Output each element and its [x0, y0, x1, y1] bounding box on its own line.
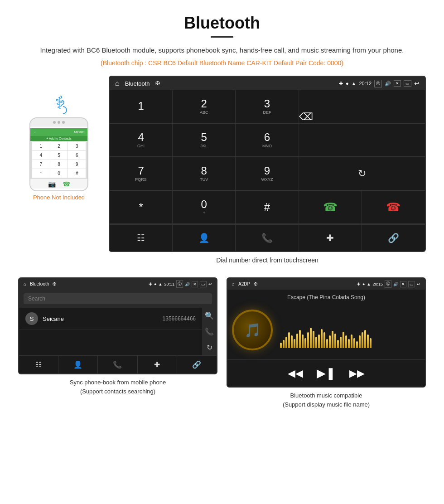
close-mini[interactable]: ✕: [192, 281, 198, 287]
display-backspace[interactable]: ⌫: [299, 90, 425, 123]
close-music[interactable]: ✕: [400, 281, 406, 287]
dialpad-reload[interactable]: ↻: [299, 157, 425, 190]
title-divider: [211, 36, 233, 38]
mini-nav-phone[interactable]: 📞: [98, 356, 137, 373]
reload-icon[interactable]: ↻: [358, 168, 366, 179]
music-screen: ⌂ A2DP ✠ ✚ ● ▲ 20:15 ⓒ 🔊 ✕ ▭ ↩ Es: [227, 277, 426, 388]
volume-mini[interactable]: 🔊: [185, 282, 190, 286]
phone-mock: ← MORE + Add to Contacts 123 456 789 *0#…: [29, 117, 88, 191]
nav-phone[interactable]: 📞: [236, 225, 299, 251]
page-description: Integrated with BC6 Bluetooth module, su…: [27, 45, 417, 56]
window-icon[interactable]: ▭: [404, 80, 411, 87]
bt-icon-mini: ✚: [149, 282, 152, 286]
window-mini[interactable]: ▭: [200, 281, 207, 287]
eq-bar: [345, 335, 347, 348]
key-star[interactable]: *: [110, 191, 173, 224]
music-caption: Bluetooth music compatible (Support disp…: [227, 391, 426, 409]
volume-icon[interactable]: 🔊: [385, 81, 391, 87]
dialpad-container: ⌂ Bluetooth ✠ ✚ ● ▲ 20:12 ⓒ 🔊 ✕ ▭ ↩: [109, 76, 426, 264]
mini-nav-bluetooth[interactable]: ✚: [138, 356, 177, 373]
eq-bar: [291, 335, 293, 348]
key-8[interactable]: 8 TUV: [173, 157, 236, 190]
key-2[interactable]: 2 ABC: [173, 90, 236, 123]
volume-music[interactable]: 🔊: [393, 282, 398, 286]
home-icon[interactable]: ⌂: [115, 79, 120, 87]
refresh-side-icon[interactable]: ↻: [207, 343, 212, 352]
eq-bar: [285, 337, 287, 348]
eq-bar: [318, 334, 320, 348]
next-track-button[interactable]: ▶▶: [349, 368, 365, 379]
eq-bar: [340, 337, 342, 348]
eq-bar: [351, 334, 352, 348]
close-icon[interactable]: ✕: [394, 80, 401, 87]
signal-waves: [59, 96, 67, 114]
eq-bar: [307, 332, 309, 348]
main-content: ⚕ ← MORE + Add to Contacts: [0, 71, 444, 268]
dialpad-row-4: * 0 + # ☎ ☎: [110, 191, 425, 224]
contacts-caption: Sync phone-book from mobile phone (Suppo…: [18, 378, 217, 396]
bt-icon: ✚: [339, 81, 343, 87]
nav-bluetooth[interactable]: ✚: [299, 225, 362, 251]
eq-bar: [299, 330, 301, 348]
prev-track-button[interactable]: ◀◀: [288, 368, 303, 379]
home-icon-mini[interactable]: ⌂: [24, 281, 26, 286]
contacts-status-bar: ⌂ Bluetooth ✠ ✚ ● ▲ 20:11 ⓒ 🔊 ✕ ▭ ↩: [19, 278, 217, 290]
key-1[interactable]: 1: [110, 90, 173, 123]
eq-bar: [283, 340, 285, 348]
eq-bar: [343, 332, 344, 348]
eq-bar: [315, 337, 317, 348]
call-side-icon[interactable]: 📞: [205, 327, 214, 336]
key-7[interactable]: 7 PQRS: [110, 157, 173, 190]
contact-number: 13566664466: [163, 315, 196, 322]
key-0[interactable]: 0 +: [173, 191, 236, 224]
wifi-mini: ▲: [159, 282, 163, 286]
window-music[interactable]: ▭: [408, 281, 415, 287]
search-bar[interactable]: Search: [24, 293, 212, 304]
contact-avatar: S: [25, 312, 38, 325]
mini-nav-dialpad[interactable]: ☷: [19, 356, 58, 373]
page-title: Bluetooth: [27, 14, 417, 33]
backspace-icon[interactable]: ⌫: [299, 111, 313, 123]
key-4[interactable]: 4 GHI: [110, 124, 173, 157]
location-music: ●: [362, 282, 365, 286]
call-green-button[interactable]: ☎: [299, 191, 362, 224]
eq-bar: [280, 343, 282, 348]
music-status-right: ✚ ● ▲ 20:15 ⓒ 🔊 ✕ ▭ ↩: [357, 280, 420, 288]
camera-icon[interactable]: ⓒ: [374, 80, 382, 87]
mini-nav-contacts[interactable]: 👤: [58, 356, 98, 373]
phone-add-contacts: + Add to Contacts: [30, 136, 87, 141]
nav-contacts[interactable]: 👤: [173, 225, 236, 251]
eq-bar: [313, 331, 314, 348]
music-controls: ◀◀ ▶❚ ▶▶: [227, 359, 425, 387]
home-icon-music[interactable]: ⌂: [232, 281, 235, 286]
key-5[interactable]: 5 JKL: [173, 124, 236, 157]
mini-nav-link[interactable]: 🔗: [177, 356, 217, 373]
eq-bar: [367, 334, 369, 348]
back-icon[interactable]: ↩: [414, 80, 420, 87]
phone-keypad: 123 456 789 *0#: [30, 141, 87, 179]
back-mini[interactable]: ↩: [208, 282, 212, 286]
contacts-search-area: Search: [19, 290, 217, 308]
play-pause-button[interactable]: ▶❚: [317, 366, 336, 380]
contact-item[interactable]: S Seicane 13566664466: [19, 308, 202, 330]
nav-dialpad[interactable]: ☷: [110, 225, 173, 251]
call-red-button[interactable]: ☎: [362, 191, 425, 224]
nav-link[interactable]: 🔗: [362, 225, 425, 251]
phone-hangup-icon[interactable]: ☎: [386, 200, 401, 214]
eq-bar: [337, 340, 339, 348]
phone-call-icon[interactable]: ☎: [323, 200, 338, 214]
key-hash[interactable]: #: [236, 191, 299, 224]
back-music[interactable]: ↩: [417, 282, 420, 286]
key-6[interactable]: 6 MNO: [236, 124, 299, 157]
eq-bar: [356, 341, 358, 348]
key-3[interactable]: 3 DEF: [236, 90, 299, 123]
camera-mini[interactable]: ⓒ: [176, 280, 183, 288]
location-icon: ●: [346, 81, 349, 86]
eq-bar: [323, 332, 325, 348]
eq-bar: [370, 338, 372, 348]
camera-music[interactable]: ⓒ: [385, 280, 391, 288]
dialpad-row-3: 7 PQRS 8 TUV 9 WXYZ ↻: [110, 157, 425, 191]
key-9[interactable]: 9 WXYZ: [236, 157, 299, 190]
phone-top-bar: [30, 118, 87, 126]
search-side-icon[interactable]: 🔍: [205, 311, 214, 320]
